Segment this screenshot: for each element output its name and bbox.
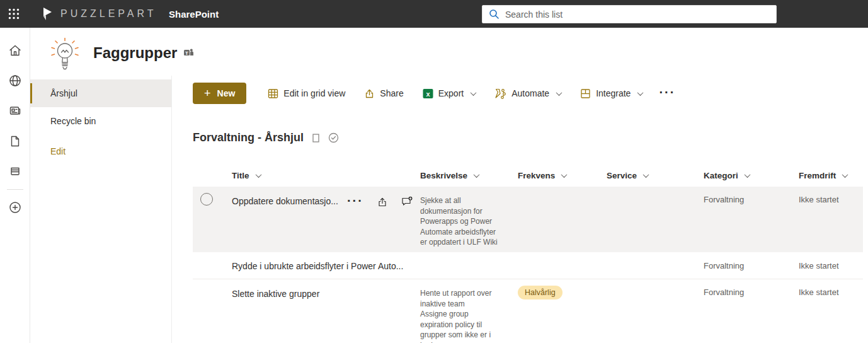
- search-box[interactable]: [482, 5, 777, 23]
- share-label: Share: [380, 88, 403, 98]
- product-name: SharePoint: [169, 0, 219, 28]
- sidebar-item-arshjul[interactable]: Årshjul: [30, 79, 171, 107]
- chevron-down-icon: [744, 172, 750, 178]
- site-logo-lightbulb-icon[interactable]: [50, 38, 79, 71]
- globe-icon[interactable]: [0, 66, 30, 96]
- chevron-down-icon: [637, 90, 644, 96]
- chevron-down-icon: [561, 172, 568, 178]
- comment-add-icon[interactable]: [401, 196, 413, 207]
- table-row[interactable]: Oppdatere dokumentasjo...: [193, 187, 863, 252]
- chevron-down-icon: [556, 90, 562, 96]
- cell-kategori: Forvaltning: [704, 279, 799, 343]
- automate-label: Automate: [511, 88, 549, 98]
- home-icon[interactable]: [0, 35, 30, 66]
- column-header-title[interactable]: Title: [232, 171, 420, 180]
- column-header-beskrivelse[interactable]: Beskrivelse: [420, 171, 518, 180]
- chevron-down-icon: [474, 172, 480, 178]
- new-button[interactable]: New: [193, 83, 246, 104]
- cell-beskrivelse: [420, 252, 503, 279]
- teams-icon: T: [183, 48, 194, 58]
- sidebar-nav: Årshjul Recycle bin Edit: [30, 76, 172, 343]
- app-launcher-icon[interactable]: [4, 4, 24, 24]
- main-content: New Edit in grid view: [172, 76, 868, 343]
- row-title-link[interactable]: Rydde i ubrukte arbeidsflyter i Power Au…: [232, 261, 403, 271]
- brand-logo[interactable]: PUZZLEPART: [43, 0, 157, 28]
- top-bar: PUZZLEPART SharePoint: [0, 0, 868, 28]
- integrate-icon: [580, 88, 591, 99]
- share-button[interactable]: Share: [359, 83, 408, 104]
- plus-icon: [204, 88, 211, 99]
- search-icon: [489, 9, 500, 20]
- ellipsis-icon: [659, 88, 675, 99]
- excel-icon: x: [423, 88, 433, 99]
- row-title-link[interactable]: Slette inaktive grupper: [232, 288, 319, 299]
- chevron-down-icon: [255, 172, 261, 178]
- cell-kategori: Forvaltning: [704, 187, 799, 252]
- table-row[interactable]: Rydde i ubrukte arbeidsflyter i Power Au…: [193, 252, 863, 279]
- edit-grid-view-label: Edit in grid view: [283, 88, 345, 98]
- row-share-icon[interactable]: [377, 197, 388, 207]
- check-circle-icon[interactable]: [328, 132, 339, 143]
- lists-icon[interactable]: [0, 156, 30, 187]
- page-title: Faggrupper: [93, 44, 177, 62]
- chevron-down-icon: [471, 90, 477, 96]
- cell-fremdrift: Ikke startet: [799, 187, 863, 252]
- create-site-icon[interactable]: [0, 192, 30, 223]
- share-icon: [364, 88, 375, 99]
- puzzlepart-flag-icon: [43, 7, 53, 21]
- cell-fremdrift: Ikke startet: [799, 252, 863, 279]
- column-header-frekvens[interactable]: Frekvens: [518, 171, 607, 180]
- cell-kategori: Forvaltning: [704, 252, 799, 279]
- automate-button[interactable]: Automate: [489, 83, 566, 104]
- row-more-actions-button[interactable]: [347, 197, 363, 207]
- ellipsis-icon: [347, 197, 363, 207]
- cell-frekvens: [518, 187, 607, 252]
- frekvens-badge: Halvårlig: [518, 286, 562, 299]
- integrate-button[interactable]: Integrate: [575, 83, 648, 104]
- rail-divider: [7, 189, 23, 190]
- view-title-row: Forvaltning - Årshjul: [193, 131, 339, 144]
- row-title-link[interactable]: Oppdatere dokumentasjo...: [232, 195, 338, 206]
- column-header-service[interactable]: Service: [607, 171, 704, 180]
- integrate-label: Integrate: [596, 88, 631, 98]
- column-header-fremdrift[interactable]: Fremdrift: [799, 171, 863, 180]
- site-header: Faggrupper T: [30, 28, 868, 76]
- svg-text:x: x: [426, 90, 430, 97]
- document-icon[interactable]: [0, 126, 30, 156]
- command-bar: New Edit in grid view: [193, 82, 678, 105]
- sidebar-item-recycle-bin[interactable]: Recycle bin: [30, 107, 171, 135]
- cell-frekvens: Halvårlig: [518, 279, 607, 343]
- column-header-kategori[interactable]: Kategori: [704, 171, 799, 180]
- export-label: Export: [438, 88, 464, 98]
- view-title: Forvaltning - Årshjul: [193, 131, 304, 144]
- cell-frekvens: [518, 252, 607, 279]
- cell-fremdrift: Ikke startet: [799, 279, 863, 343]
- search-input[interactable]: [505, 9, 770, 20]
- automate-icon: [494, 88, 506, 99]
- news-icon[interactable]: [0, 96, 30, 126]
- edit-grid-view-button[interactable]: Edit in grid view: [263, 83, 350, 104]
- brand-name: PUZZLEPART: [60, 8, 157, 20]
- export-button[interactable]: x Export: [418, 83, 481, 104]
- table-body: Oppdatere dokumentasjo...: [193, 187, 863, 343]
- cell-service: [607, 187, 704, 252]
- box-icon[interactable]: [312, 134, 319, 142]
- chevron-down-icon: [643, 172, 649, 178]
- table-row[interactable]: Slette inaktive grupper Hente ut rapport…: [193, 279, 863, 343]
- more-commands-button[interactable]: [656, 83, 678, 104]
- cell-service: [607, 252, 704, 279]
- grid-icon: [268, 88, 278, 99]
- scrollbar-gutter[interactable]: [863, 76, 868, 343]
- cell-beskrivelse: Sjekke at all dokumentasjon for Powerapp…: [420, 187, 503, 252]
- table-header: Title Beskrivelse Frekvens Service Kateg…: [193, 164, 863, 187]
- sidebar-item-label: Recycle bin: [50, 116, 96, 126]
- sidebar-item-label: Årshjul: [50, 88, 77, 98]
- app-rail: [0, 28, 30, 343]
- chevron-down-icon: [842, 172, 848, 178]
- sharepoint-list-page: PUZZLEPART SharePoint: [0, 0, 868, 343]
- sidebar-edit-link[interactable]: Edit: [50, 146, 66, 156]
- row-select-checkbox[interactable]: [200, 193, 213, 206]
- new-button-label: New: [217, 88, 236, 98]
- cell-service: [607, 279, 704, 343]
- cell-beskrivelse: Hente ut rapport over inaktive team Assi…: [420, 279, 503, 343]
